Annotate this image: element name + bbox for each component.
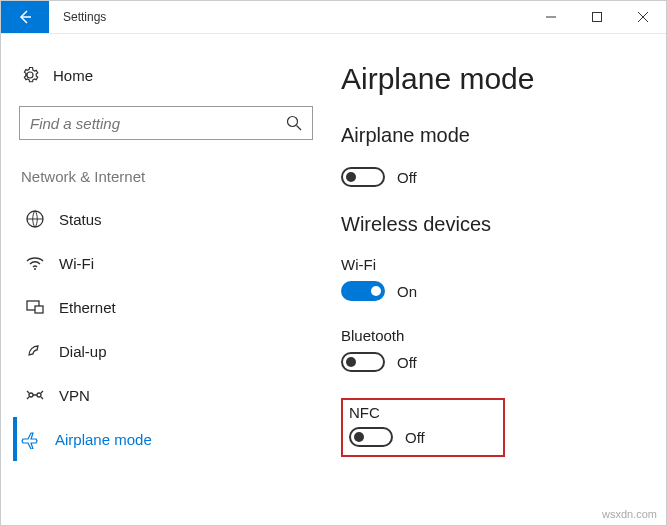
sidebar-item-label: Wi-Fi bbox=[59, 255, 94, 272]
bluetooth-toggle-row: Off bbox=[341, 352, 656, 372]
search-box[interactable] bbox=[19, 106, 313, 140]
minimize-button[interactable] bbox=[528, 1, 574, 33]
watermark: wsxdn.com bbox=[602, 508, 657, 520]
content: Home Network & Internet Status Wi-Fi Eth… bbox=[1, 34, 666, 525]
vpn-icon bbox=[25, 385, 45, 405]
home-label: Home bbox=[53, 67, 93, 84]
svg-rect-0 bbox=[593, 13, 602, 22]
ethernet-icon bbox=[25, 297, 45, 317]
back-button[interactable] bbox=[1, 1, 49, 33]
bluetooth-label: Bluetooth bbox=[341, 327, 656, 344]
nfc-label: NFC bbox=[349, 404, 497, 421]
window-title: Settings bbox=[49, 1, 528, 33]
sidebar-item-label: Airplane mode bbox=[55, 431, 152, 448]
svg-point-6 bbox=[29, 393, 33, 397]
sidebar-item-wifi[interactable]: Wi-Fi bbox=[19, 241, 313, 285]
wifi-label: Wi-Fi bbox=[341, 256, 656, 273]
maximize-button[interactable] bbox=[574, 1, 620, 33]
wireless-heading: Wireless devices bbox=[341, 213, 656, 236]
home-nav[interactable]: Home bbox=[19, 60, 313, 106]
bluetooth-state: Off bbox=[397, 354, 417, 371]
gear-icon bbox=[21, 66, 39, 84]
sidebar-item-label: Dial-up bbox=[59, 343, 107, 360]
search-icon bbox=[286, 115, 302, 131]
airplane-icon bbox=[21, 429, 41, 449]
wifi-toggle[interactable] bbox=[341, 281, 385, 301]
page-title: Airplane mode bbox=[341, 62, 656, 96]
nfc-toggle-row: Off bbox=[349, 427, 497, 447]
sidebar-item-vpn[interactable]: VPN bbox=[19, 373, 313, 417]
wifi-icon bbox=[25, 253, 45, 273]
airplane-toggle[interactable] bbox=[341, 167, 385, 187]
airplane-toggle-row: Off bbox=[341, 167, 656, 187]
bluetooth-toggle[interactable] bbox=[341, 352, 385, 372]
section-label: Network & Internet bbox=[21, 168, 313, 185]
nfc-state: Off bbox=[405, 429, 425, 446]
search-input[interactable] bbox=[30, 115, 286, 132]
sidebar-item-label: Ethernet bbox=[59, 299, 116, 316]
status-icon bbox=[25, 209, 45, 229]
svg-point-3 bbox=[34, 268, 36, 270]
sidebar-item-label: Status bbox=[59, 211, 102, 228]
back-arrow-icon bbox=[17, 9, 33, 25]
svg-point-7 bbox=[37, 393, 41, 397]
nfc-toggle[interactable] bbox=[349, 427, 393, 447]
svg-rect-5 bbox=[35, 306, 43, 313]
sidebar-item-ethernet[interactable]: Ethernet bbox=[19, 285, 313, 329]
svg-point-1 bbox=[288, 117, 298, 127]
sidebar-item-airplane[interactable]: Airplane mode bbox=[13, 417, 313, 461]
sidebar-item-status[interactable]: Status bbox=[19, 197, 313, 241]
airplane-state: Off bbox=[397, 169, 417, 186]
close-icon bbox=[638, 12, 648, 22]
titlebar: Settings bbox=[1, 1, 666, 34]
wifi-state: On bbox=[397, 283, 417, 300]
dialup-icon bbox=[25, 341, 45, 361]
wifi-toggle-row: On bbox=[341, 281, 656, 301]
minimize-icon bbox=[546, 12, 556, 22]
airplane-heading: Airplane mode bbox=[341, 124, 656, 147]
nfc-highlight-block: NFC Off bbox=[341, 398, 505, 457]
sidebar-item-label: VPN bbox=[59, 387, 90, 404]
close-button[interactable] bbox=[620, 1, 666, 33]
window-controls bbox=[528, 1, 666, 33]
sidebar-item-dialup[interactable]: Dial-up bbox=[19, 329, 313, 373]
main-panel: Airplane mode Airplane mode Off Wireless… bbox=[331, 34, 666, 525]
maximize-icon bbox=[592, 12, 602, 22]
sidebar: Home Network & Internet Status Wi-Fi Eth… bbox=[1, 34, 331, 525]
